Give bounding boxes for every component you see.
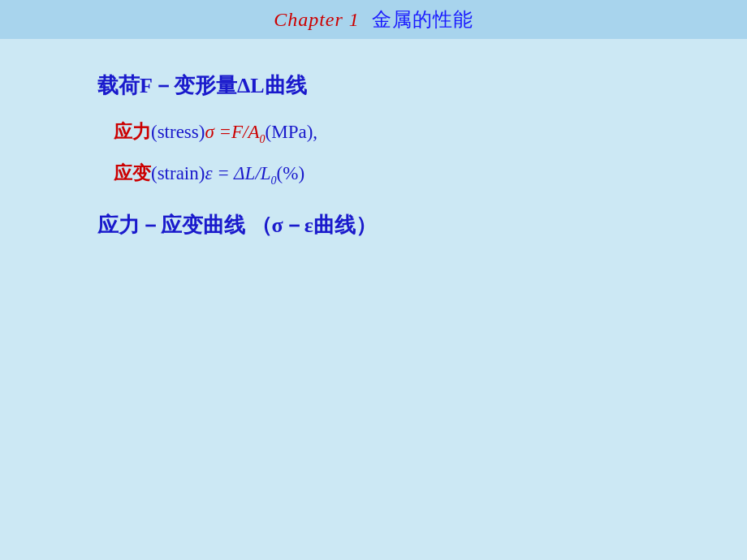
chapter-title: Chapter 1 金属的性能 (274, 6, 473, 32)
load-deformation-line: 载荷F－变形量ΔL曲线 (97, 71, 650, 100)
stress-cn-label: 应力 (114, 122, 151, 142)
chapter-title-cn: 金属的性能 (372, 9, 473, 30)
stress-formula: σ =F/A0 (205, 122, 265, 142)
main-content: 载荷F－变形量ΔL曲线 应力(stress)σ =F/A0(MPa), 应变(s… (0, 39, 747, 288)
stress-subscript: 0 (260, 133, 266, 145)
strain-en-label: (strain) (151, 163, 205, 183)
strain-subscript: 0 (271, 174, 277, 186)
strain-line: 应变(strain)ε = ΔL/L0(%) (114, 161, 650, 187)
stress-en-label: (stress) (151, 122, 205, 142)
strain-cn-label: 应变 (114, 163, 151, 183)
strain-formula: ε = ΔL/L0 (205, 163, 276, 183)
strain-unit: (%) (277, 163, 304, 183)
page-header: Chapter 1 金属的性能 (0, 0, 747, 39)
stress-strain-curve-line: 应力－应变曲线 （σ－ε曲线） (97, 211, 650, 239)
stress-unit: (MPa), (266, 122, 318, 142)
stress-line: 应力(stress)σ =F/A0(MPa), (114, 119, 650, 146)
chapter-title-en: Chapter 1 (274, 9, 360, 30)
